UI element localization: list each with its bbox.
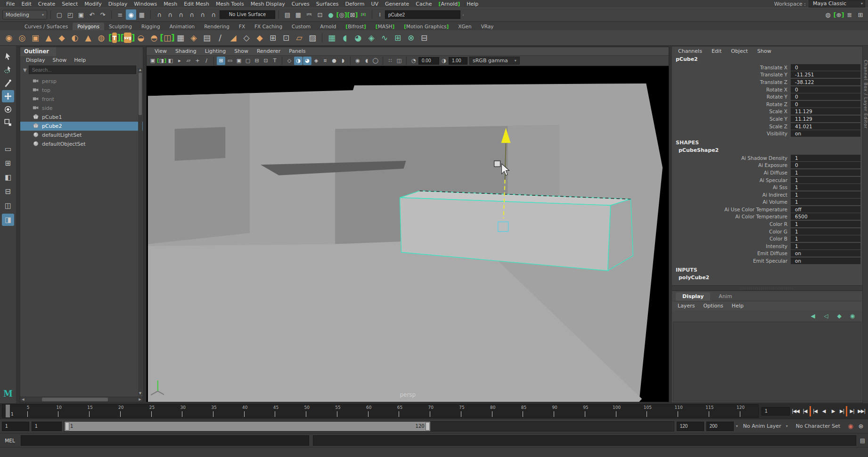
quad-draw-icon[interactable]: ∕ — [214, 32, 226, 44]
cut-uv-icon[interactable]: ⊗ — [405, 32, 417, 44]
poly-cube-icon[interactable]: ▣ — [29, 32, 41, 44]
scroll-right-icon[interactable]: ▶ — [137, 397, 143, 402]
search-input[interactable] — [29, 66, 136, 74]
filter-icon[interactable]: ▼ — [23, 67, 27, 73]
channel-value-field[interactable]: 1 — [791, 184, 860, 191]
bridge-icon[interactable]: ▨ — [306, 32, 319, 44]
mirror-icon[interactable]: ◆ — [254, 32, 266, 44]
type-tool-icon[interactable]: [T] — [108, 32, 121, 44]
scrollbar-thumb[interactable] — [42, 398, 108, 401]
paint-select-tool[interactable] — [2, 77, 14, 89]
three-pane-left-layout-button[interactable]: ◧ — [2, 171, 14, 183]
menu-edit-mesh[interactable]: Edit Mesh — [180, 0, 213, 8]
chevron-down-icon[interactable]: ▾ — [736, 424, 738, 428]
render-view-icon[interactable]: ▤ — [282, 9, 293, 20]
snap-to-view-plane-icon[interactable]: ∩ — [197, 9, 208, 20]
tab-anim[interactable]: Anim — [712, 292, 738, 301]
menu-windows[interactable]: Windows — [131, 0, 160, 8]
gamma-field[interactable] — [449, 57, 467, 65]
channel-value-field[interactable]: 11.129 — [791, 116, 860, 122]
timeline-tick-85[interactable]: 85 — [523, 405, 523, 417]
viewport-3d-scene[interactable]: persp — [147, 66, 669, 402]
poly-cylinder-icon[interactable]: ◍ — [95, 32, 107, 44]
render-current-frame-icon[interactable]: ▦ — [293, 9, 303, 20]
booleans-icon[interactable]: [◫] — [161, 32, 173, 44]
shelf-tab-vray[interactable]: VRay — [476, 23, 499, 30]
timeline-tick-60[interactable]: 60 — [368, 405, 368, 417]
shelf-tab-mash[interactable]: [MASH] — [371, 23, 399, 30]
animation-start-field[interactable] — [2, 422, 29, 431]
layout-uv-icon[interactable]: ⊟ — [418, 32, 430, 44]
timeline-tick-115[interactable]: 115 — [709, 405, 709, 417]
timeline-tick-105[interactable]: 105 — [647, 405, 647, 417]
channel-value-field[interactable]: on — [791, 250, 860, 257]
viewport-menu-renderer[interactable]: Renderer — [253, 48, 285, 54]
humanik-toggle-icon[interactable]: [⊕] — [834, 9, 844, 20]
snap-to-grid-icon[interactable]: ∩ — [154, 9, 164, 20]
shelf-tab-sculpting[interactable]: Sculpting — [104, 23, 137, 30]
select-by-component-icon[interactable]: ▦ — [137, 9, 147, 20]
channel-value-field[interactable]: 1 — [791, 177, 860, 183]
channel-value-field[interactable]: 1 — [791, 228, 860, 235]
scrollbar-thumb[interactable] — [139, 73, 142, 115]
separate-icon[interactable]: ◓ — [148, 32, 160, 44]
timeline-tick-35[interactable]: 35 — [213, 405, 213, 417]
poly-cone-icon[interactable]: ▲ — [42, 32, 55, 44]
command-results-field[interactable] — [313, 435, 856, 446]
planar-mapping-icon[interactable]: ▦ — [326, 32, 338, 44]
image-plane-icon[interactable]: ▱ — [184, 57, 193, 65]
go-to-end-button[interactable]: ▶▶| — [857, 406, 866, 416]
use-default-material-icon[interactable]: ◈ — [312, 57, 320, 65]
type-caret-icon[interactable]: I — [376, 10, 384, 19]
playback-range-bar[interactable]: 1 120 — [65, 422, 430, 431]
timeline-tick-70[interactable]: 70 — [430, 405, 430, 417]
shelf-tab-rigging[interactable]: Rigging — [137, 23, 165, 30]
shelf-tab-custom[interactable]: Custom — [287, 23, 315, 30]
outliner-item-front[interactable]: front — [20, 95, 143, 104]
lock-camera-icon[interactable]: [◨] — [157, 57, 166, 65]
play-forwards-button[interactable]: ▶ — [828, 406, 838, 416]
select-by-hierarchy-icon[interactable]: ≡ — [115, 9, 125, 20]
auto-keyframe-icon[interactable]: ◉ — [845, 423, 856, 430]
timeline-tick-40[interactable]: 40 — [244, 405, 245, 417]
channel-value-field[interactable]: -38.122 — [791, 79, 860, 85]
gate-mask-icon[interactable]: ▢ — [244, 57, 252, 65]
single-pane-layout-button[interactable]: ▭ — [2, 143, 14, 155]
command-input[interactable] — [21, 435, 309, 446]
collapse-handle-icon[interactable]: › — [461, 12, 465, 17]
channel-box-toggle-icon[interactable]: ⊞ — [855, 9, 866, 20]
current-frame-marker[interactable] — [6, 405, 10, 417]
menu-display[interactable]: Display — [105, 0, 131, 8]
exposure-icon[interactable]: ◔ — [409, 57, 418, 65]
channel-box-menu-channels[interactable]: Channels — [675, 48, 705, 54]
snap-to-projected-center-icon[interactable]: ∩ — [187, 9, 197, 20]
viewport-menu-shading[interactable]: Shading — [171, 48, 201, 54]
menu-curves[interactable]: Curves — [288, 0, 313, 8]
outliner-item-side[interactable]: side — [20, 104, 143, 113]
film-gate-icon[interactable]: ▭ — [226, 57, 234, 65]
layer-menu-options[interactable]: Options — [700, 303, 726, 309]
command-language-label[interactable]: MEL — [3, 438, 17, 443]
snap-to-point-icon[interactable]: ∩ — [176, 9, 186, 20]
workspace-dropdown[interactable]: Maya Classic ▾ — [809, 0, 865, 8]
right-sidebar-strip[interactable]: Channel Box / Layer Editor — [862, 46, 868, 403]
outliner-persp-layout-button[interactable]: ◨ — [2, 214, 14, 226]
cylindrical-mapping-icon[interactable]: ◖ — [339, 32, 351, 44]
timeline-tick-10[interactable]: 10 — [58, 405, 58, 417]
bevel-icon[interactable]: ▱ — [293, 32, 305, 44]
timeline-tick-65[interactable]: 65 — [399, 405, 399, 417]
resolution-gate-icon[interactable]: ▣ — [235, 57, 243, 65]
menu-uv[interactable]: UV — [368, 0, 382, 8]
scroll-up-icon[interactable]: ▲ — [138, 67, 142, 72]
three-pane-top-layout-button[interactable]: ⊟ — [2, 185, 14, 198]
timeline-tick-110[interactable]: 110 — [678, 405, 678, 417]
shelf-tab-polygons[interactable]: Polygons — [73, 23, 104, 30]
outliner-title[interactable]: Outliner — [20, 47, 56, 56]
select-by-object-icon[interactable]: ◉ — [126, 9, 136, 20]
outliner-item-pcube1[interactable]: pCube1 — [20, 113, 143, 122]
shelf-tab-animation[interactable]: Animation — [165, 23, 200, 30]
channel-value-field[interactable]: 0 — [791, 101, 860, 108]
snap-to-curve-icon[interactable]: ∩ — [165, 9, 175, 20]
tab-display[interactable]: Display — [676, 292, 710, 301]
channel-value-field[interactable]: 1 — [791, 199, 860, 205]
